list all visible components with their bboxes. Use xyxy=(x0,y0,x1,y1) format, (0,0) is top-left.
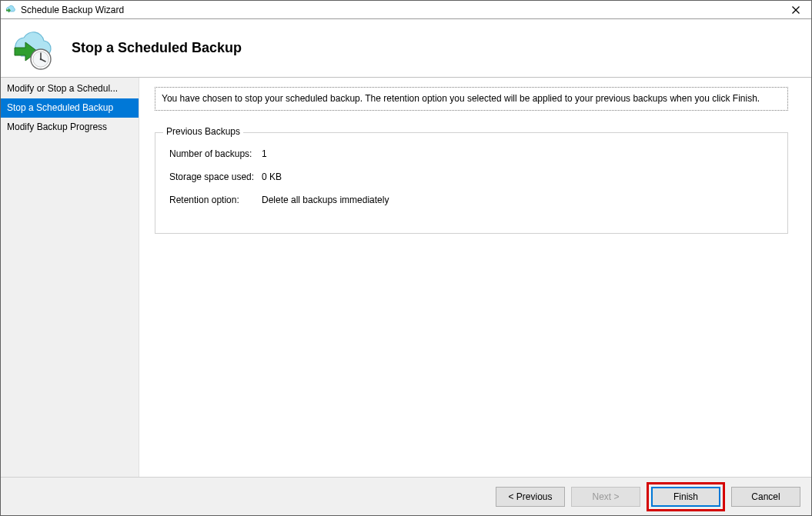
finish-button[interactable]: Finish xyxy=(651,487,720,507)
sidebar-item-modify-backup-progress[interactable]: Modify Backup Progress xyxy=(1,118,139,137)
value-storage-space: 0 KB xyxy=(262,171,282,182)
info-message: You have chosen to stop your scheduled b… xyxy=(155,87,788,111)
label-retention-option: Retention option: xyxy=(169,195,262,205)
close-icon xyxy=(792,6,800,14)
wizard-header: Stop a Scheduled Backup xyxy=(1,19,811,78)
backup-cloud-clock-icon xyxy=(7,24,56,73)
close-button[interactable] xyxy=(780,1,811,19)
previous-backups-legend: Previous Backups xyxy=(163,126,243,137)
sidebar-item-modify-or-stop[interactable]: Modify or Stop a Schedul... xyxy=(1,79,139,98)
previous-button[interactable]: < Previous xyxy=(496,487,565,507)
wizard-steps-sidebar: Modify or Stop a Schedul... Stop a Sched… xyxy=(1,78,139,477)
wizard-window: Schedule Backup Wizard Stop a Scheduled … xyxy=(0,0,812,516)
finish-button-highlight: Finish xyxy=(647,482,725,511)
titlebar: Schedule Backup Wizard xyxy=(1,1,811,19)
wizard-content-panel: You have chosen to stop your scheduled b… xyxy=(139,78,811,477)
wizard-body: Modify or Stop a Schedul... Stop a Sched… xyxy=(1,78,811,477)
app-icon xyxy=(4,4,16,16)
label-storage-space: Storage space used: xyxy=(169,171,262,182)
value-number-of-backups: 1 xyxy=(262,148,267,159)
page-title: Stop a Scheduled Backup xyxy=(72,40,242,56)
svg-point-6 xyxy=(40,58,42,60)
sidebar-item-stop-scheduled-backup[interactable]: Stop a Scheduled Backup xyxy=(1,98,139,118)
window-title: Schedule Backup Wizard xyxy=(21,5,780,15)
row-number-of-backups: Number of backups: 1 xyxy=(169,148,774,159)
cancel-button[interactable]: Cancel xyxy=(731,487,800,507)
value-retention-option: Delete all backups immediately xyxy=(262,195,389,205)
previous-backups-group: Previous Backups Number of backups: 1 St… xyxy=(155,132,788,234)
row-storage-space: Storage space used: 0 KB xyxy=(169,171,774,182)
row-retention-option: Retention option: Delete all backups imm… xyxy=(169,195,774,205)
label-number-of-backups: Number of backups: xyxy=(169,148,262,159)
next-button: Next > xyxy=(571,487,640,507)
wizard-footer: < Previous Next > Finish Cancel xyxy=(1,477,811,515)
